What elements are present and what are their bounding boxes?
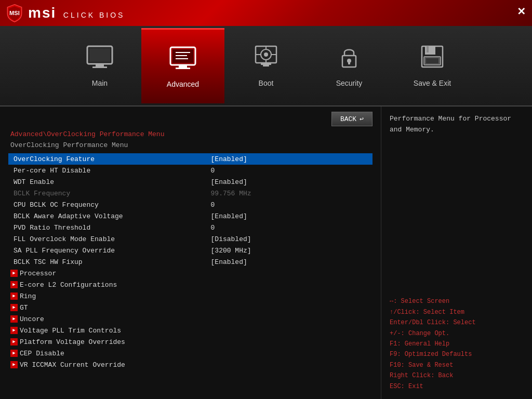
tab-advanced-label: Advanced bbox=[167, 80, 199, 88]
svg-rect-2 bbox=[89, 48, 110, 62]
menu-item-value: [Enabled] bbox=[209, 210, 373, 222]
submenu-arrow-icon: ▶ bbox=[10, 281, 18, 288]
menu-row[interactable]: ▶Voltage PLL Trim Controls bbox=[8, 325, 373, 336]
svg-rect-11 bbox=[176, 68, 190, 69]
tab-boot[interactable]: Boot bbox=[224, 28, 308, 103]
help-text: Performance Menu for Processor and Memor… bbox=[390, 114, 524, 136]
shortcut-item: Right Click: Back bbox=[390, 370, 524, 381]
tab-boot-label: Boot bbox=[259, 79, 274, 87]
shortcut-item: +/-: Change Opt. bbox=[390, 328, 524, 339]
menu-row[interactable]: OverClocking Feature[Enabled] bbox=[8, 153, 373, 165]
menu-row[interactable]: ▶GT bbox=[8, 302, 373, 313]
submenu-item-label: GT bbox=[20, 304, 28, 312]
menu-item-value: 0 bbox=[209, 165, 373, 176]
svg-text:MSI: MSI bbox=[9, 10, 20, 16]
menu-row[interactable]: BCLK Aware Adaptive Voltage[Enabled] bbox=[8, 210, 373, 222]
submenu-label: ▶Ring bbox=[8, 290, 373, 302]
svg-rect-4 bbox=[92, 66, 107, 68]
back-button[interactable]: BACK ↩ bbox=[331, 112, 373, 126]
submenu-arrow-icon: ▶ bbox=[10, 270, 18, 277]
tab-save-exit[interactable]: Save & Exit bbox=[391, 28, 474, 103]
monitor-icon bbox=[85, 44, 114, 76]
submenu-label: ▶VR ICCMAX Current Override bbox=[8, 359, 373, 370]
submenu-item-label: VR ICCMAX Current Override bbox=[20, 361, 125, 369]
subtitle: OverClocking Performance Menu bbox=[0, 139, 381, 153]
msi-logo-text: msi bbox=[28, 5, 56, 21]
msi-wordmark: msi CLICK BIOS bbox=[28, 5, 125, 21]
menu-row[interactable]: SA PLL Frequency Override[3200 MHz] bbox=[8, 245, 373, 256]
menu-item-value: 0 bbox=[209, 222, 373, 233]
content-area: BACK ↩ Advanced\OverClocking Performance… bbox=[0, 107, 532, 399]
menu-row[interactable]: PVD Ratio Threshold0 bbox=[8, 222, 373, 233]
submenu-label: ▶Processor bbox=[8, 268, 373, 279]
menu-row[interactable]: ▶Processor bbox=[8, 268, 373, 279]
menu-row[interactable]: ▶CEP Disable bbox=[8, 348, 373, 359]
menu-row[interactable]: BCLK TSC HW Fixup[Enabled] bbox=[8, 256, 373, 268]
tab-main[interactable]: Main bbox=[58, 28, 141, 103]
menu-item-value: [Enabled] bbox=[209, 256, 373, 268]
menu-item-value: [Disabled] bbox=[209, 233, 373, 245]
submenu-arrow-icon: ▶ bbox=[10, 361, 18, 368]
menu-item-label: CPU BCLK OC Frequency bbox=[8, 199, 209, 210]
tab-security[interactable]: Security bbox=[308, 28, 391, 103]
advanced-icon bbox=[168, 45, 197, 77]
menu-item-label: BCLK Frequency bbox=[8, 188, 209, 199]
menu-row[interactable]: Per-core HT Disable0 bbox=[8, 165, 373, 176]
submenu-item-label: Ring bbox=[20, 292, 36, 300]
submenu-item-label: Uncore bbox=[20, 315, 44, 323]
menu-item-label: Per-core HT Disable bbox=[8, 165, 209, 176]
menu-row[interactable]: FLL Overclock Mode Enable[Disabled] bbox=[8, 233, 373, 245]
msi-shield-icon: MSI bbox=[5, 4, 24, 22]
submenu-label: ▶Platform Voltage Overrides bbox=[8, 336, 373, 348]
menu-row[interactable]: ▶Ring bbox=[8, 290, 373, 302]
submenu-label: ▶CEP Disable bbox=[8, 348, 373, 359]
menu-item-value: [3200 MHz] bbox=[209, 245, 373, 256]
submenu-arrow-icon: ▶ bbox=[10, 338, 18, 345]
shortcut-item: ↑/Click: Select Item bbox=[390, 307, 524, 317]
menu-item-value: 99.756 MHz bbox=[209, 188, 373, 199]
menu-row[interactable]: WDT Enable[Enabled] bbox=[8, 176, 373, 188]
menu-row[interactable]: ▶Platform Voltage Overrides bbox=[8, 336, 373, 348]
shortcut-item: F10: Save & Reset bbox=[390, 360, 524, 370]
close-button[interactable]: ✕ bbox=[517, 5, 526, 18]
menu-item-label: WDT Enable bbox=[8, 176, 209, 188]
header: MSI msi CLICK BIOS ✕ bbox=[0, 0, 532, 26]
save-icon bbox=[418, 44, 447, 76]
menu-row[interactable]: ▶Uncore bbox=[8, 313, 373, 325]
menu-item-value: [Enabled] bbox=[209, 176, 373, 188]
menu-item-label: SA PLL Frequency Override bbox=[8, 245, 209, 256]
menu-item-value: [Enabled] bbox=[209, 153, 373, 165]
menu-row[interactable]: ▶E-core L2 Configurations bbox=[8, 279, 373, 290]
menu-item-label: PVD Ratio Threshold bbox=[8, 222, 209, 233]
submenu-item-label: E-core L2 Configurations bbox=[20, 281, 117, 289]
shortcuts: ↔: Select Screen↑/Click: Select ItemEnte… bbox=[390, 296, 524, 392]
svg-rect-24 bbox=[426, 58, 438, 63]
svg-rect-15 bbox=[263, 65, 269, 66]
product-name-text: CLICK BIOS bbox=[63, 11, 125, 19]
shortcut-item: Enter/Dbl Click: Select bbox=[390, 317, 524, 328]
logo-area: MSI msi CLICK BIOS bbox=[5, 4, 125, 22]
back-arrow-icon: ↩ bbox=[360, 115, 364, 123]
tab-save-exit-label: Save & Exit bbox=[414, 79, 451, 87]
tab-advanced[interactable]: Advanced bbox=[141, 28, 224, 103]
submenu-label: ▶E-core L2 Configurations bbox=[8, 279, 373, 290]
shortcut-item: F9: Optimized Defaults bbox=[390, 349, 524, 360]
submenu-item-label: Processor bbox=[20, 270, 56, 277]
main-panel: BACK ↩ Advanced\OverClocking Performance… bbox=[0, 107, 381, 399]
back-btn-row: BACK ↩ bbox=[0, 107, 381, 129]
svg-rect-3 bbox=[96, 64, 104, 66]
shortcut-item: ESC: Exit bbox=[390, 381, 524, 392]
svg-rect-19 bbox=[348, 61, 350, 64]
security-icon bbox=[335, 44, 364, 76]
menu-row[interactable]: CPU BCLK OC Frequency0 bbox=[8, 199, 373, 210]
back-button-label: BACK bbox=[340, 115, 356, 123]
svg-rect-22 bbox=[427, 46, 429, 52]
menu-item-label: OverClocking Feature bbox=[8, 153, 209, 165]
submenu-arrow-icon: ▶ bbox=[10, 350, 18, 357]
menu-row[interactable]: BCLK Frequency99.756 MHz bbox=[8, 188, 373, 199]
menu-row[interactable]: ▶VR ICCMAX Current Override bbox=[8, 359, 373, 370]
submenu-arrow-icon: ▶ bbox=[10, 327, 18, 334]
submenu-label: ▶Voltage PLL Trim Controls bbox=[8, 325, 373, 336]
breadcrumb: Advanced\OverClocking Performance Menu bbox=[0, 129, 381, 139]
menu-item-label: FLL Overclock Mode Enable bbox=[8, 233, 209, 245]
